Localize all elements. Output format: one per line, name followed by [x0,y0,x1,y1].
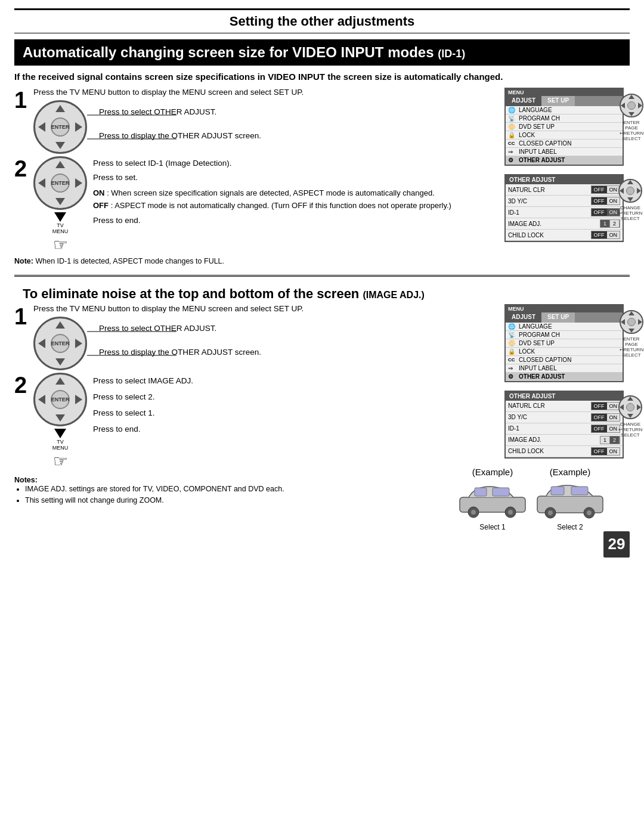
menu-row-language: 🌐 LANGUAGE [506,106,623,114]
s2-menu-tabs: ADJUST SET UP [506,312,623,323]
example-2: (Example) Select 2 [534,467,606,531]
language-icon: 🌐 [508,107,516,113]
s2-programch-icon: 📡 [508,332,516,338]
s2-menu-row-otheradjust: ⚙ OTHER ADJUST [506,373,623,381]
section1-right: MENU ADJUST SET UP 🌐 LANGUAGE 📡 PROGRAM … [487,88,630,268]
page-title: Setting the other adjustments [14,14,630,29]
oa-header: OTHER ADJUST [506,175,623,184]
step2-end: Press to end. [93,213,451,228]
section-divider [14,275,630,277]
dvd-icon: 📀 [508,123,516,130]
section1-left: 1 Press the TV MENU button to display th… [14,88,481,268]
section2-left: 1 Press the TV MENU button to display th… [14,304,481,531]
menu-row-otheradjust: ⚙ OTHER ADJUST [506,156,623,165]
s2-menu-tab-setup: SET UP [541,312,575,323]
dpad-arrow2-right [75,178,82,188]
otheradj-icon: ⚙ [508,157,516,163]
cc-icon: CC [508,141,516,146]
s2-step1-intro: Press the TV MENU button to display the … [33,304,481,313]
section2-notes: Notes: IMAGE ADJ. settings are stored fo… [14,476,481,506]
svg-point-8 [508,510,513,515]
step1-intro: Press the TV MENU button to display the … [33,88,481,97]
s2-ctrl-dpad [618,309,644,335]
section2-step1: 1 Press the TV MENU button to display th… [14,304,481,370]
example2-caption: Select 2 [557,523,583,531]
page-header: Setting the other adjustments [14,8,630,33]
oa-ctrl-dpad [617,178,643,204]
svg-rect-17 [571,487,588,495]
on-text: ON : When screen size specification sign… [93,188,451,199]
section2-content: 1 Press the TV MENU button to display th… [14,304,630,531]
s2-menu-controls: ENTERPAGE↩RETURNSELECT [618,309,644,358]
s2-step1-dpad-area: ENTER Press to select [33,317,481,370]
section1-step1: 1 Press the TV MENU button to display th… [14,88,481,154]
section2-right: MENU ADJUST SET UP 🌐 LANGUAGE 📡 PROGRAM … [487,304,630,531]
step2-dpad-area: ENTER TVMENU ☞ [33,156,481,255]
step1-body: Press the TV MENU button to display the … [33,88,481,154]
example1-caption: Select 1 [479,523,505,531]
svg-point-15 [587,510,592,515]
s2-oa-toggle-naturl: OFF ON [591,402,621,410]
step1-text2: Press to display the OTHER ADJUST screen… [99,131,261,140]
oa-row-childlock: CHILD LOCK OFF ON [506,230,623,241]
oa-toggle-childlock: OFF ON [591,231,621,239]
dpad-arrow-down [55,142,65,149]
note-item-2: This setting will not change during ZOOM… [25,496,481,506]
s2-oa-toggle-id1: OFF ON [591,425,621,433]
section1-two-col: 1 Press the TV MENU button to display th… [14,88,630,268]
svg-point-6 [471,510,476,515]
s2-oa-row-imageadj: IMAGE ADJ. 1 2 [506,435,623,446]
menu-row-closedcaption: CC CLOSED CAPTION [506,140,623,148]
menu-tab-adjust: ADJUST [506,96,541,106]
s2-oa-toggle-3dyc: OFF ON [591,413,621,422]
oa-toggle-naturl: OFF ON [591,185,621,194]
s2-step2-end: Press to end. [93,421,193,437]
dpad-arrow2-up [55,161,65,168]
s2-step2-body: ENTER TVMENU ☞ [33,373,481,471]
input-icon: ⇒ [508,148,516,155]
page-wrapper: Setting the other adjustments Automatica… [0,0,644,567]
s2-oa-row-3dyc: 3D Y/C OFF ON [506,412,623,423]
s2-menu-row-language: 🌐 LANGUAGE [506,323,623,331]
s2-menu-tab-adjust: ADJUST [506,312,541,323]
dpad-arrow-right [75,122,82,132]
ctrl-right [638,103,642,109]
s2-input-icon: ⇒ [508,365,516,371]
s2-menu-row-dvdsetup: 📀 DVD SET UP [506,339,623,348]
s2-dvd-icon: 📀 [508,340,516,346]
section1-dpad2: ENTER [33,156,87,210]
note-item-1: IMAGE ADJ. settings are stored for TV, V… [25,484,481,495]
svg-rect-16 [551,487,564,495]
ctrl-dpad [618,92,644,119]
s2-menu-row-lock: 🔒 LOCK [506,348,623,356]
section1-title: Automatically changing screen size for V… [23,44,621,61]
dpad-arrow-up [55,105,65,112]
section2-title-block: To eliminate noise at the top and bottom… [14,284,630,304]
menu-row-lock: 🔒 LOCK [506,131,623,140]
section1-oa-box: OTHER ADJUST NATURL CLR OFF ON 3D Y/C OF… [504,174,624,242]
section1-note: Note: When ID-1 is detected, ASPECT mode… [14,257,481,265]
section1-title-block: Automatically changing screen size for V… [14,39,630,66]
s2-menu-header: MENU [506,305,623,312]
s2-dpad1: ENTER [33,317,87,370]
section1-menu-wrapper: MENU ADJUST SET UP 🌐 LANGUAGE 📡 PROGRAM … [504,88,624,169]
menu-controls: ENTERPAGE↩RETURNSELECT [618,92,644,141]
s2-step2-line1: Press to select IMAGE ADJ. [93,373,193,389]
s2-oa-row-id1: ID-1 OFF ON [506,423,623,435]
lock-icon: 🔒 [508,132,516,138]
examples-row: (Example) Select 1 [457,467,606,531]
section1-subtitle: If the received signal contains screen s… [14,70,630,83]
s2-menu-row-programch: 📡 PROGRAM CH [506,331,623,339]
step2-text-area: Press to select ID-1 (Image Detection). … [93,156,451,228]
dpad-arrow-left [38,122,45,132]
section1-dpad1: ENTER [33,100,87,154]
down-arrow-indicator [54,212,66,222]
s2-dpad2: ENTER [33,373,87,426]
s2-oa-toggle-childlock: OFF ON [591,447,621,456]
s2-oa-header: OTHER ADJUST [506,392,623,401]
hand-icon: ☞ [53,235,68,255]
ctrl-center [627,101,636,110]
ctrl-up [628,95,634,99]
oa-row-3dyc: 3D Y/C OFF ON [506,196,623,207]
s2-step1-body: Press the TV MENU button to display the … [33,304,481,370]
